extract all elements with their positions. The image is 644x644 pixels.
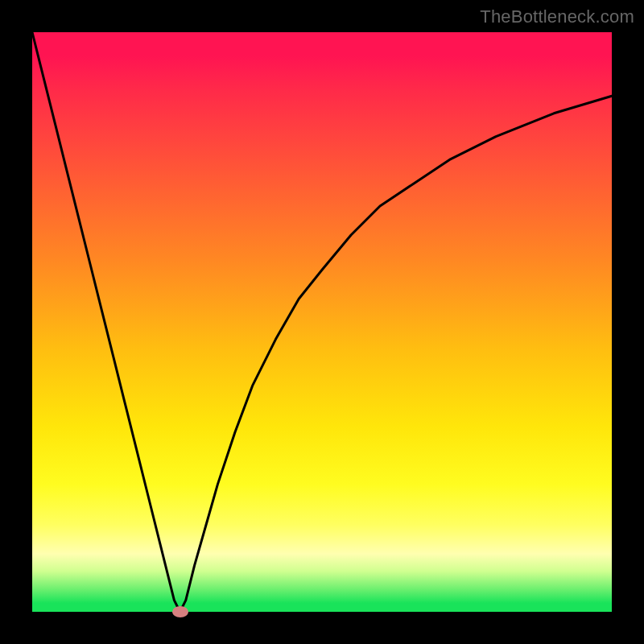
plot-area <box>32 32 612 612</box>
chart-frame: TheBottleneck.com <box>0 0 644 644</box>
optimum-marker <box>172 606 188 617</box>
bottleneck-curve <box>32 32 612 612</box>
attribution-text: TheBottleneck.com <box>480 6 634 27</box>
